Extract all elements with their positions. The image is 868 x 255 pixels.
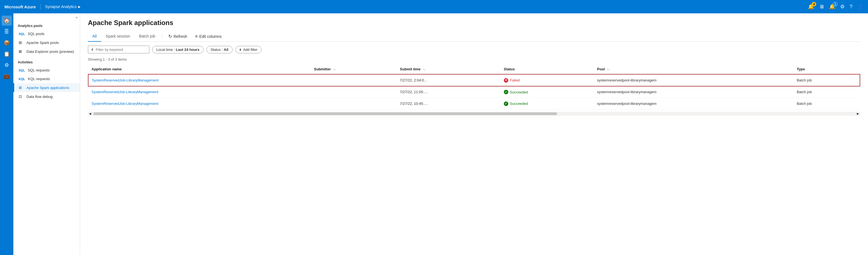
keyword-filter[interactable]: ⧱ bbox=[88, 45, 149, 53]
activities-header: Activities bbox=[13, 56, 80, 66]
settings-icon[interactable]: ⚙ bbox=[840, 4, 845, 10]
results-info: Showing 1 - 3 of 3 items bbox=[80, 57, 868, 64]
table-body: SystemReservedJob-LibraryManagement 7/27… bbox=[88, 74, 860, 109]
status-badge: ✓ Succeeded bbox=[504, 101, 528, 106]
cell-pool: systemreservedpool-librarymanagem bbox=[594, 98, 794, 109]
keyword-input[interactable] bbox=[96, 47, 146, 52]
submitter-sort-icon: ↑↓ bbox=[333, 68, 336, 71]
scroll-right-button[interactable]: ▶ bbox=[856, 112, 860, 115]
col-type: Type bbox=[794, 64, 860, 74]
sidebar-item-spark-pools[interactable]: ⊞ Apache Spark pools bbox=[13, 38, 80, 47]
sidebar-item-data-flow[interactable]: ⊡ Data flow debug bbox=[13, 92, 80, 101]
col-submit-time[interactable]: Submit time ↑↓ bbox=[397, 64, 500, 74]
cell-type: Batch job bbox=[794, 98, 860, 109]
col-app-name: Application name bbox=[88, 64, 311, 74]
sidebar-item-sql-pools[interactable]: SQL SQL pools bbox=[13, 30, 80, 38]
cell-app-name: SystemReservedJob-LibraryManagement bbox=[88, 74, 311, 86]
notification-badge: 1 bbox=[833, 2, 837, 6]
col-submitter[interactable]: Submitter ↑↓ bbox=[311, 64, 397, 74]
table-row: SystemReservedJob-LibraryManagement 7/27… bbox=[88, 86, 860, 98]
bell-badge: 4 bbox=[812, 2, 816, 6]
cell-submitter bbox=[311, 74, 397, 86]
sql-requests-icon: SQL bbox=[19, 69, 25, 72]
edit-columns-button[interactable]: ≡ Edit columns bbox=[191, 32, 226, 41]
analytics-pools-header: Analytics pools bbox=[13, 20, 80, 30]
cell-type: Batch job bbox=[794, 86, 860, 98]
app-name-link[interactable]: SystemReservedJob-LibraryManagement bbox=[92, 101, 158, 106]
help-icon[interactable]: ? bbox=[850, 4, 852, 10]
document-icon[interactable]: 📋 bbox=[2, 49, 12, 59]
status-badge: ✓ Succeeded bbox=[504, 90, 528, 94]
status-icon: ✓ bbox=[504, 101, 508, 106]
status-badge: ✕ Failed bbox=[504, 78, 520, 83]
tab-batch-job[interactable]: Batch job bbox=[135, 31, 160, 42]
app-name-link[interactable]: SystemReservedJob-LibraryManagement bbox=[92, 78, 159, 82]
package-icon[interactable]: 📦 bbox=[2, 38, 12, 48]
nav-panel: « Analytics pools SQL SQL pools ⊞ Apache… bbox=[13, 13, 80, 255]
app-name-link[interactable]: SystemReservedJob-LibraryManagement bbox=[92, 90, 158, 94]
cell-submitter bbox=[311, 86, 397, 98]
spark-apps-icon: ⊞ bbox=[19, 85, 24, 90]
data-table-wrapper: Application name Submitter ↑↓ Submit tim… bbox=[80, 64, 868, 109]
table-row: SystemReservedJob-LibraryManagement 7/27… bbox=[88, 98, 860, 109]
status-text: Failed bbox=[510, 78, 520, 82]
time-filter-pill[interactable]: Local time : Last 24 hours bbox=[152, 46, 204, 53]
cell-submit-time: 7/27/22, 11:05:… bbox=[397, 86, 500, 98]
cell-pool: systemreservedpool-librarymanagem bbox=[594, 74, 794, 86]
data-explorer-icon: ⊠ bbox=[19, 49, 24, 54]
tab-all[interactable]: All bbox=[88, 31, 101, 42]
status-text: Succeeded bbox=[510, 90, 528, 94]
cell-app-name: SystemReservedJob-LibraryManagement bbox=[88, 98, 311, 109]
home-icon[interactable]: 🏠 bbox=[2, 15, 12, 26]
col-pool[interactable]: Pool ↑↓ bbox=[594, 64, 794, 74]
data-flow-icon: ⊡ bbox=[19, 94, 24, 99]
status-text: Succeeded bbox=[510, 101, 528, 106]
nav-collapse-top: « bbox=[13, 13, 80, 20]
database-icon[interactable]: 🗄 bbox=[2, 27, 12, 37]
col-status: Status bbox=[500, 64, 594, 74]
bell-icon[interactable]: 🔔4 bbox=[808, 4, 814, 10]
cell-status: ✓ Succeeded bbox=[500, 86, 594, 98]
cell-status: ✓ Succeeded bbox=[500, 98, 594, 109]
pool-sort-icon: ↑↓ bbox=[607, 68, 610, 71]
page-header: Apache Spark applications All Spark sess… bbox=[80, 13, 868, 42]
tabs-bar: All Spark session Batch job ↻ Refresh ≡ … bbox=[88, 31, 860, 42]
notification-icon[interactable]: 🔔1 bbox=[829, 4, 835, 10]
cell-status: ✕ Failed bbox=[500, 74, 594, 86]
cell-pool: systemreservedpool-librarymanagem bbox=[594, 86, 794, 98]
filter-icon: ⧱ bbox=[92, 47, 93, 52]
sidebar-item-sql-requests[interactable]: SQL SQL requests bbox=[13, 66, 80, 74]
kql-requests-icon: KQL bbox=[19, 77, 25, 81]
scroll-left-button[interactable]: ◀ bbox=[88, 112, 92, 115]
user-icon[interactable]: 👤 bbox=[858, 4, 864, 10]
analytics-pools-section: Analytics pools SQL SQL pools ⊞ Apache S… bbox=[13, 20, 80, 56]
cell-type: Batch job bbox=[794, 74, 860, 86]
spark-pools-icon: ⊞ bbox=[19, 40, 24, 45]
briefcase-icon[interactable]: 💼 bbox=[2, 71, 12, 81]
horizontal-scrollbar[interactable]: ◀ ▶ bbox=[88, 112, 860, 116]
applications-table: Application name Submitter ↑↓ Submit tim… bbox=[88, 64, 860, 109]
status-filter-pill[interactable]: Status : All bbox=[207, 46, 232, 53]
submit-time-sort-icon: ↑↓ bbox=[423, 68, 425, 71]
nav-divider bbox=[40, 4, 41, 9]
monitor-icon[interactable]: 🖥 bbox=[819, 4, 824, 10]
main-content: Apache Spark applications All Spark sess… bbox=[80, 13, 868, 255]
gear-icon[interactable]: ⚙ bbox=[2, 60, 12, 70]
collapse-nav-button[interactable]: « bbox=[76, 15, 78, 20]
scrollbar-thumb[interactable] bbox=[93, 113, 557, 115]
sidebar-item-kql-requests[interactable]: KQL KQL requests bbox=[13, 74, 80, 83]
sidebar-item-spark-apps[interactable]: ⊞ Apache Spark applications bbox=[13, 83, 80, 92]
nav-icons: 🔔4 🖥 🔔1 ⚙ ? 👤 bbox=[808, 4, 864, 10]
status-icon: ✕ bbox=[504, 78, 508, 83]
tab-spark-session[interactable]: Spark session bbox=[101, 31, 135, 42]
refresh-button[interactable]: ↻ Refresh bbox=[164, 31, 191, 41]
sidebar-item-data-explorer[interactable]: ⊠ Data Explorer pools (preview) bbox=[13, 47, 80, 56]
top-navigation: Microsoft Azure Synapse Analytics ▶ 🔔4 🖥… bbox=[0, 0, 868, 13]
status-icon: ✓ bbox=[504, 90, 508, 94]
app-name: Synapse Analytics ▶ bbox=[45, 4, 81, 9]
cell-app-name: SystemReservedJob-LibraryManagement bbox=[88, 86, 311, 98]
add-filter-button[interactable]: ⧱ Add filter bbox=[235, 46, 261, 53]
status-filter-label: Status : All bbox=[211, 47, 228, 52]
sql-pools-icon: SQL bbox=[19, 32, 25, 36]
time-filter-label: Local time : Last 24 hours bbox=[156, 47, 199, 52]
